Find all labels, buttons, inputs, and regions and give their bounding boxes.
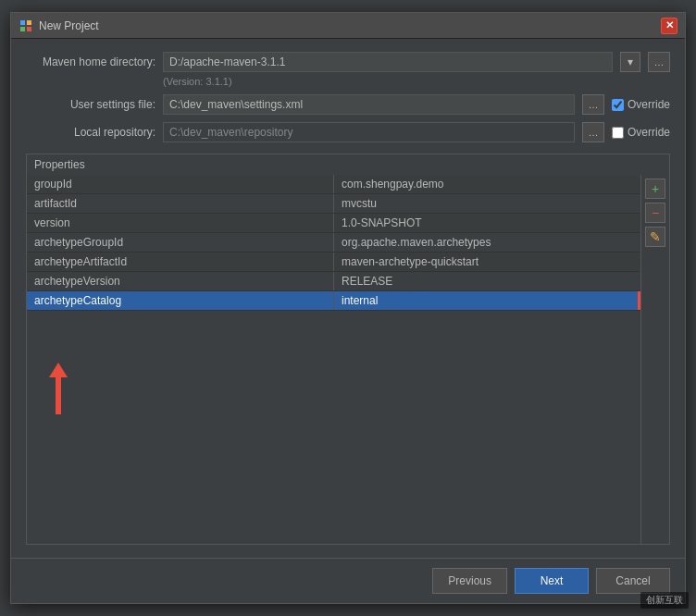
properties-table-area: groupIdcom.shengpay.demoartifactIdmvcstu…: [27, 175, 669, 544]
edit-property-button[interactable]: ✎: [645, 227, 665, 247]
properties-table-wrapper[interactable]: groupIdcom.shengpay.demoartifactIdmvcstu…: [27, 175, 640, 544]
svg-rect-3: [27, 27, 31, 31]
local-repo-row: Local repository: … Override: [26, 122, 670, 142]
properties-section: Properties groupIdcom.shengpay.demoartif…: [26, 154, 670, 545]
arrow-indicator: [49, 363, 68, 414]
property-key: groupId: [27, 175, 334, 194]
add-property-button[interactable]: +: [645, 179, 665, 199]
svg-rect-0: [20, 20, 25, 25]
table-row[interactable]: archetypeGroupIdorg.apache.maven.archety…: [27, 233, 640, 253]
dialog-footer: Previous Next Cancel: [11, 558, 685, 603]
properties-action-buttons: + − ✎: [640, 175, 669, 544]
property-key: archetypeGroupId: [27, 233, 334, 253]
property-value: internal: [334, 291, 641, 311]
title-bar: New Project ✕: [11, 13, 685, 39]
properties-table: groupIdcom.shengpay.demoartifactIdmvcstu…: [27, 175, 640, 311]
table-row[interactable]: groupIdcom.shengpay.demo: [27, 175, 640, 194]
property-key: archetypeVersion: [27, 272, 334, 291]
property-key: archetypeCatalog: [27, 291, 334, 311]
property-value: com.shengpay.demo: [334, 175, 641, 194]
user-settings-browse-button[interactable]: …: [582, 94, 604, 115]
user-settings-override-wrapper: Override: [612, 98, 670, 111]
app-icon: [19, 18, 33, 33]
local-repo-browse-button[interactable]: …: [582, 122, 604, 142]
arrow-body: [56, 377, 61, 414]
remove-property-button[interactable]: −: [645, 203, 665, 223]
next-button[interactable]: Next: [515, 568, 589, 594]
table-row[interactable]: artifactIdmvcstu: [27, 194, 640, 214]
property-key: archetypeArtifactId: [27, 253, 334, 272]
property-value: 1.0-SNAPSHOT: [334, 214, 641, 233]
property-key: artifactId: [27, 194, 334, 214]
maven-home-label: Maven home directory:: [26, 55, 155, 68]
maven-version-text: (Version: 3.1.1): [26, 76, 670, 87]
user-settings-override-checkbox[interactable]: [612, 99, 624, 111]
dialog-title: New Project: [39, 19, 655, 32]
maven-home-input[interactable]: [163, 52, 613, 72]
property-value: RELEASE: [334, 272, 641, 291]
table-row[interactable]: archetypeArtifactIdmaven-archetype-quick…: [27, 253, 640, 272]
maven-home-row: Maven home directory: ▾ …: [26, 52, 670, 72]
local-repo-override-wrapper: Override: [612, 126, 670, 139]
cancel-button[interactable]: Cancel: [596, 568, 670, 594]
user-settings-override-label: Override: [628, 98, 670, 111]
table-row[interactable]: archetypeCataloginternal: [27, 291, 640, 311]
svg-rect-1: [27, 20, 31, 25]
user-settings-label: User settings file:: [26, 98, 155, 111]
watermark: 创新互联: [640, 592, 689, 609]
properties-header: Properties: [27, 154, 669, 175]
arrow-head: [49, 363, 68, 377]
property-value: org.apache.maven.archetypes: [334, 233, 641, 253]
local-repo-input[interactable]: [163, 122, 575, 142]
property-value: maven-archetype-quickstart: [334, 253, 641, 272]
user-settings-input[interactable]: [163, 94, 575, 115]
previous-button[interactable]: Previous: [432, 568, 507, 594]
local-repo-override-checkbox[interactable]: [612, 127, 624, 139]
close-button[interactable]: ✕: [661, 18, 677, 34]
property-key: version: [27, 214, 334, 233]
table-row[interactable]: archetypeVersionRELEASE: [27, 272, 640, 291]
table-row[interactable]: version1.0-SNAPSHOT: [27, 214, 640, 233]
maven-home-dropdown-button[interactable]: ▾: [620, 52, 640, 72]
maven-home-browse-button[interactable]: …: [648, 52, 670, 72]
red-line-indicator: [638, 291, 640, 310]
user-settings-row: User settings file: … Override: [26, 94, 670, 115]
svg-rect-2: [20, 27, 25, 31]
dialog-content: Maven home directory: ▾ … (Version: 3.1.…: [11, 39, 685, 558]
local-repo-override-label: Override: [628, 126, 670, 139]
local-repo-label: Local repository:: [26, 126, 155, 139]
property-value: mvcstu: [334, 194, 641, 214]
